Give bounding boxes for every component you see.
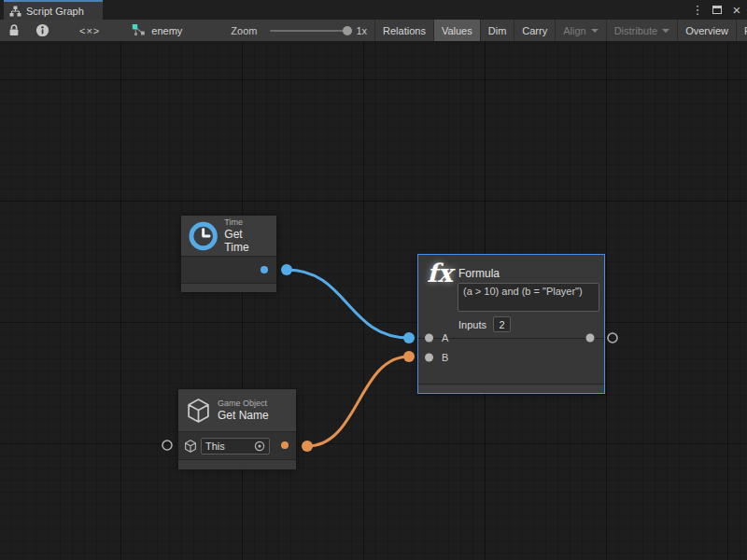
get-name-input-connector-empty[interactable]	[162, 441, 172, 450]
target-object-value: This	[205, 441, 250, 452]
fx-icon: fx	[427, 259, 453, 287]
info-button[interactable]	[28, 20, 57, 41]
zoom-label: Zoom	[225, 25, 262, 36]
formula-footer	[418, 384, 604, 393]
node-get-name[interactable]: Game Object Get Name This	[177, 388, 297, 469]
get-time-header[interactable]: Time Get Time	[181, 216, 276, 256]
chevron-down-icon	[662, 29, 669, 33]
maximize-icon[interactable]	[711, 0, 724, 20]
graph-canvas[interactable]: Time Get Time fx Formula (a > 10) and (b…	[0, 42, 747, 560]
lock-button[interactable]	[0, 20, 28, 41]
cube-icon	[186, 398, 211, 424]
breadcrumb-label: enemy	[151, 25, 182, 36]
relations-button[interactable]: Relations	[374, 20, 433, 41]
tab-title: Script Graph	[26, 6, 84, 17]
menu-icon[interactable]: ⋮	[691, 0, 704, 20]
wire-get-time-to-formula-a[interactable]	[287, 270, 409, 338]
align-label: Align	[563, 25, 585, 36]
wire-end-dot-blue[interactable]	[403, 332, 415, 343]
values-button[interactable]: Values	[433, 20, 480, 41]
graph-tab-icon	[9, 6, 21, 17]
formula-expression-input[interactable]: (a > 10) and (b = "Player")	[458, 283, 599, 312]
node-title: Formula	[458, 267, 500, 280]
get-name-footer	[178, 459, 296, 469]
lock-icon	[7, 23, 21, 37]
maximize-box	[712, 6, 722, 14]
overview-button[interactable]: Overview	[677, 20, 736, 41]
toolbar-button-group: Relations Values Dim Carry Align Distrib…	[374, 20, 747, 41]
wire-get-name-to-formula-b[interactable]	[307, 357, 409, 446]
formula-ports: A B	[418, 338, 604, 384]
graph-node-icon	[132, 23, 147, 37]
node-category: Time	[224, 217, 269, 228]
graph-breadcrumb[interactable]: enemy	[122, 20, 191, 41]
get-time-footer	[181, 283, 276, 292]
formula-header[interactable]: fx Formula (a > 10) and (b = "Player") I…	[418, 255, 604, 338]
wire-start-dot-orange[interactable]	[302, 441, 313, 452]
wire-end-dot-orange[interactable]	[403, 351, 415, 362]
formula-output-connector-empty[interactable]	[608, 333, 617, 343]
zoom-control: Zoom 1x	[218, 20, 374, 41]
node-category: Game Object	[218, 399, 269, 409]
get-name-body: This	[178, 431, 296, 459]
distribute-dropdown[interactable]: Distribute	[606, 20, 677, 41]
clock-icon	[189, 221, 218, 251]
inputs-label: Inputs	[458, 319, 486, 330]
port-b-label: B	[442, 352, 448, 363]
zoom-slider-handle[interactable]	[343, 26, 352, 35]
window-controls: ⋮ ×	[691, 0, 743, 20]
code-icon: <×>	[79, 25, 100, 36]
distribute-label: Distribute	[614, 25, 657, 36]
tab-bar: Script Graph ⋮ ×	[0, 0, 747, 20]
target-object-field[interactable]: This	[201, 438, 270, 455]
align-dropdown[interactable]: Align	[555, 20, 605, 41]
node-title: Get Time	[224, 228, 269, 254]
full-screen-button[interactable]: Full Screen	[736, 20, 747, 41]
get-time-body	[181, 256, 276, 283]
close-icon[interactable]: ×	[730, 0, 743, 20]
carry-button[interactable]: Carry	[514, 20, 555, 41]
zoom-slider[interactable]	[270, 30, 348, 32]
zoom-value: 1x	[356, 25, 367, 36]
inputs-row: Inputs 2	[458, 316, 511, 332]
wire-start-dot-blue[interactable]	[281, 264, 292, 275]
node-title: Get Name	[218, 409, 269, 422]
node-formula[interactable]: fx Formula (a > 10) and (b = "Player") I…	[417, 254, 605, 394]
code-view-button[interactable]: <×>	[57, 20, 122, 41]
port-a-label: A	[442, 332, 448, 343]
dim-button[interactable]: Dim	[480, 20, 514, 41]
inputs-count-field[interactable]: 2	[493, 316, 511, 332]
info-icon	[35, 23, 49, 37]
get-name-header[interactable]: Game Object Get Name	[178, 389, 296, 431]
graph-toolbar: <×> enemy Zoom 1x Relations Values Dim C…	[0, 20, 747, 42]
wire-overlay	[0, 84, 747, 560]
script-graph-window: Script Graph ⋮ × <×>	[0, 0, 747, 560]
tab-script-graph[interactable]: Script Graph	[4, 0, 103, 20]
chevron-down-icon	[591, 29, 599, 33]
node-get-time[interactable]: Time Get Time	[180, 215, 277, 292]
object-picker-icon[interactable]	[254, 441, 265, 452]
game-object-type-icon	[184, 440, 197, 453]
